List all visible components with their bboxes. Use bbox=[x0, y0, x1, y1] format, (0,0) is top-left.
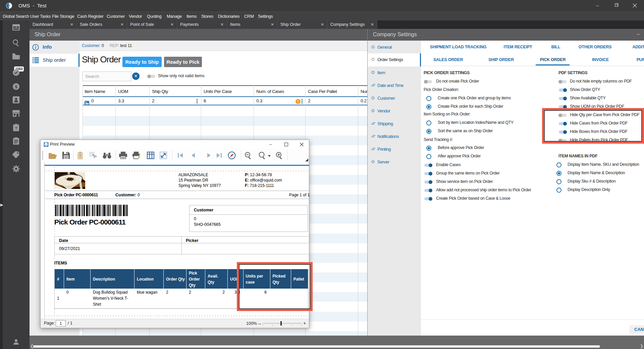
svg-text:?: ? bbox=[15, 126, 17, 130]
svg-text:$: $ bbox=[15, 84, 17, 89]
svg-text:?: ? bbox=[79, 154, 81, 158]
